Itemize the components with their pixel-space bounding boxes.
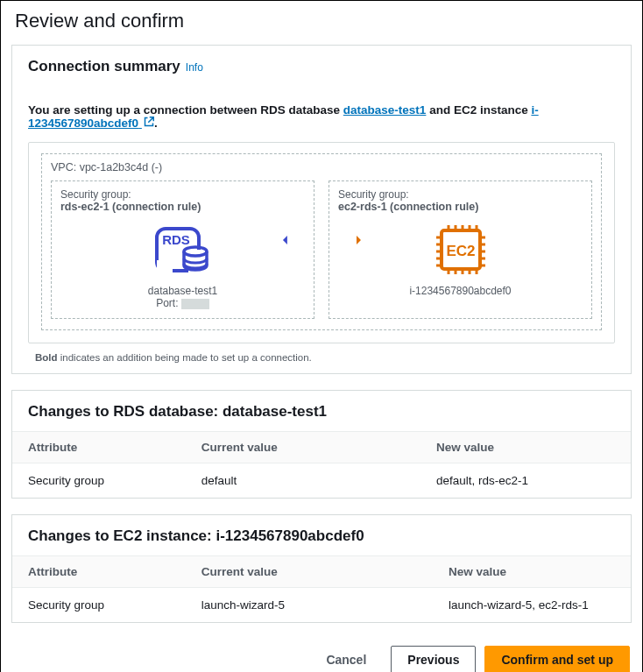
- connection-sentence: You are setting up a connection between …: [28, 103, 615, 130]
- sentence-suffix: .: [154, 117, 158, 130]
- diagram-legend: Bold indicates an addition being made to…: [28, 352, 615, 363]
- table-row: Security group launch-wizard-5 launch-wi…: [12, 588, 631, 623]
- rds-database-link[interactable]: database-test1: [343, 103, 427, 117]
- col-current: Current value: [186, 432, 420, 463]
- cell-new: launch-wizard-5, ec2-rds-1: [433, 588, 631, 623]
- cell-current: launch-wizard-5: [186, 588, 433, 623]
- rds-sg-name: rds-ec2-1 (connection rule): [60, 201, 201, 213]
- ec2-changes-heading: Changes to EC2 instance: i-1234567890abc…: [12, 515, 631, 555]
- rds-changes-heading: Changes to RDS database: database-test1: [12, 391, 631, 431]
- vpc-box: VPC: vpc-1a2b3c4d (-) Security group: rd…: [41, 153, 602, 330]
- vpc-diagram: VPC: vpc-1a2b3c4d (-) Security group: rd…: [28, 142, 615, 343]
- ec2-changes-panel: Changes to EC2 instance: i-1234567890abc…: [11, 514, 632, 623]
- page-title: Review and confirm: [11, 10, 632, 32]
- confirm-button[interactable]: Confirm and set up: [484, 646, 630, 672]
- sentence-prefix: You are setting up a connection between …: [28, 103, 343, 117]
- col-attribute: Attribute: [12, 432, 186, 463]
- external-link-icon: [144, 117, 154, 130]
- rds-changes-table: Attribute Current value New value Securi…: [12, 431, 631, 498]
- rds-port: Port:: [156, 297, 209, 309]
- previous-button[interactable]: Previous: [391, 646, 476, 672]
- ec2-security-group-box: Security group: ec2-rds-1 (connection ru…: [329, 180, 592, 319]
- svg-text:RDS: RDS: [162, 232, 190, 247]
- rds-sg-label: Security group:: [60, 188, 131, 201]
- cell-current: default: [186, 463, 420, 499]
- sentence-mid: and EC2 instance: [426, 103, 531, 117]
- rds-icon: RDS: [152, 223, 215, 279]
- vpc-label: VPC: vpc-1a2b3c4d (-): [51, 161, 592, 173]
- connection-summary-panel: Connection summary Info You are setting …: [11, 45, 632, 374]
- table-row: Security group default default, rds-ec2-…: [12, 463, 631, 499]
- col-new: New value: [433, 556, 631, 588]
- rds-resource-name: database-test1: [148, 285, 217, 297]
- ec2-sg-label: Security group:: [338, 188, 409, 201]
- rds-security-group-box: Security group: rds-ec2-1 (connection ru…: [51, 180, 314, 319]
- ec2-sg-name: ec2-rds-1 (connection rule): [338, 201, 478, 213]
- svg-rect-1: [157, 260, 173, 276]
- col-current: Current value: [186, 556, 433, 588]
- port-redacted: [181, 299, 209, 309]
- footer-actions: Cancel Previous Confirm and set up: [11, 639, 632, 672]
- rds-changes-panel: Changes to RDS database: database-test1 …: [11, 390, 632, 499]
- connection-summary-heading: Connection summary: [28, 58, 180, 75]
- ec2-changes-table: Attribute Current value New value Securi…: [12, 555, 631, 622]
- ec2-resource-name: i-1234567890abcdef0: [409, 285, 511, 297]
- info-link[interactable]: Info: [186, 61, 203, 74]
- ec2-icon: EC2: [429, 223, 492, 279]
- svg-text:EC2: EC2: [446, 243, 475, 259]
- col-attribute: Attribute: [12, 556, 186, 588]
- cell-new: default, rds-ec2-1: [420, 463, 631, 499]
- cancel-button[interactable]: Cancel: [310, 647, 382, 672]
- col-new: New value: [420, 432, 631, 463]
- cell-attribute: Security group: [12, 588, 186, 623]
- cell-attribute: Security group: [12, 463, 186, 499]
